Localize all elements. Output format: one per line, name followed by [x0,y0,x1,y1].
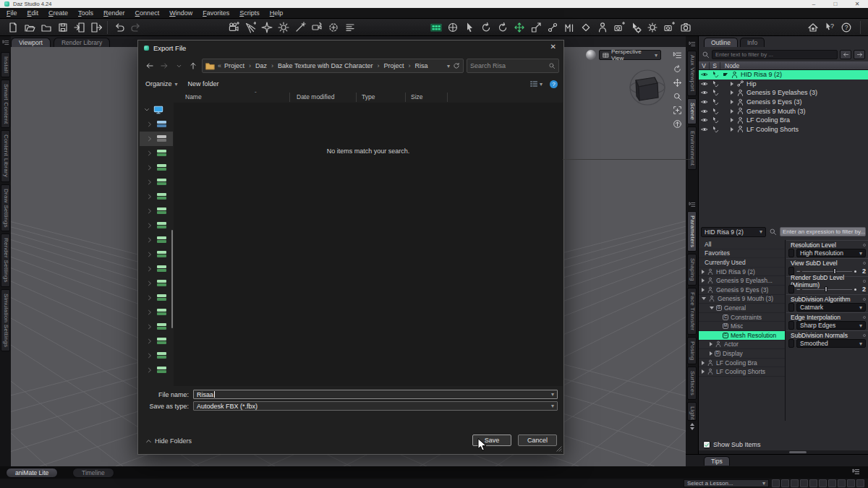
param-slider[interactable] [802,267,852,275]
sidebar-tab-simulation-settings[interactable]: Simulation Settings [1,289,10,351]
scene-node-row[interactable]: Genesis 9 Eyelashes (3) [699,88,868,98]
lesson-step-button[interactable] [772,479,780,487]
new-camera-icon[interactable] [225,20,242,35]
sidebar-tab-content-library[interactable]: Content Library [1,130,10,181]
help-icon[interactable]: ? [838,20,854,35]
cancel-button[interactable]: Cancel [518,435,557,446]
params-tree-item[interactable]: GGeneral [699,304,785,313]
side-tab-posing[interactable]: Posing [687,337,697,364]
tree-item-drive[interactable] [140,218,173,233]
param-grip[interactable] [788,285,794,294]
dialog-close-icon[interactable]: ✕ [550,43,556,51]
tree-item-drive[interactable] [140,117,173,132]
new-linear-light-icon[interactable] [292,20,308,35]
lesson-step-button[interactable] [856,479,864,487]
tab-scroll-up[interactable] [690,423,694,426]
column-header-name[interactable]: Name [185,93,202,100]
breadcrumb-segment[interactable]: Project [224,62,244,69]
organize-button[interactable]: Organize▾ [145,80,178,87]
tab-animate-lite[interactable]: aniMate Lite [6,468,58,478]
menu-create[interactable]: Create [43,8,73,18]
universal-tool-icon[interactable] [444,20,461,35]
column-divider[interactable] [289,93,290,102]
expander-right[interactable] [710,351,712,356]
sidebar-tab-smart-content[interactable]: Smart Content [1,80,10,128]
lesson-step-button[interactable] [838,479,846,487]
tree-item-drive[interactable] [140,175,173,189]
expander-right[interactable] [731,109,733,114]
tree-item-drive[interactable] [140,320,173,334]
expander-right[interactable] [702,361,705,365]
expander-down[interactable] [723,73,728,76]
tree-item-drive[interactable] [140,291,173,305]
lesson-step-button[interactable] [809,479,817,487]
menu-file[interactable]: File [1,8,22,18]
joint-editor-tool-icon[interactable] [544,20,561,35]
minimize-button[interactable]: – [803,0,825,8]
params-group-favorites[interactable]: Favorites [699,249,785,259]
param-grip[interactable] [788,321,794,330]
side-tab-lights[interactable]: Lights [687,402,697,421]
tab-render-library[interactable]: Render Library [54,38,110,47]
tree-item-drive[interactable] [140,204,173,218]
rotate-tool-icon[interactable] [477,20,494,35]
tree-item-drive[interactable] [140,247,173,262]
slider-handle[interactable] [833,268,836,274]
params-tree-item[interactable]: DDisplay [699,349,785,359]
export-file-icon[interactable] [88,20,104,35]
camera-selector[interactable]: Perspective View▾ [599,50,661,60]
up-button-icon[interactable] [187,61,199,70]
tab-timeline[interactable]: Timeline [72,468,114,478]
tree-item-drive[interactable] [140,132,173,146]
tab-info[interactable]: Info [740,38,765,47]
menu-connect[interactable]: Connect [130,8,165,18]
side-tab-parameters[interactable]: Parameters [687,211,697,252]
tab-tips[interactable]: Tips [704,456,730,466]
back-button-icon[interactable] [144,61,156,70]
params-tree-item[interactable]: GMesh Resolution [699,331,785,341]
params-tree-item[interactable]: Genesis 9 Eyelash... [699,276,785,286]
breadcrumb-overflow[interactable]: « [218,62,221,69]
scale-tool-icon[interactable] [527,20,544,35]
draw-style-selector[interactable] [586,50,596,60]
params-node-selector[interactable]: HID Risa 9 (2)▾ [701,227,766,237]
tree-item-drive[interactable] [140,262,173,276]
new-folder-button[interactable]: New folder [188,80,219,87]
params-tree-item[interactable]: CConstraints [699,313,785,322]
menu-help[interactable]: Help [265,8,289,18]
scene-node-row[interactable]: Genesis 9 Mouth (3) [699,106,868,116]
h-scrollbar-thumb[interactable] [789,451,807,453]
refresh-icon[interactable] [453,62,460,69]
tab-outline[interactable]: Outline [704,38,738,47]
lesson-step-button[interactable] [819,479,827,487]
new-camera-view-icon[interactable] [308,20,325,35]
tree-item-drive[interactable] [140,363,173,377]
sidebar-tab-render-settings[interactable]: Render Settings [1,234,10,287]
node-selection-icon[interactable] [427,20,444,35]
side-tab-face-transfer[interactable]: Face Transfer [687,288,697,335]
tab-viewport[interactable]: Viewport [11,38,51,47]
scene-node-row[interactable]: HID Risa 9 (2) [699,70,868,80]
new-spotlight-icon[interactable] [242,20,258,35]
expander-right[interactable] [731,100,733,104]
sidebar-tab-install[interactable]: Install [1,52,10,77]
lesson-menu-icon[interactable] [852,468,860,476]
expander-right[interactable] [731,127,733,132]
redo-icon[interactable] [127,20,144,35]
column-divider[interactable] [405,93,406,102]
param-options-icon[interactable] [863,244,866,247]
param-grip[interactable] [788,249,794,257]
slider-plus-dot[interactable] [854,270,856,273]
undo-icon[interactable] [111,20,127,35]
column-divider[interactable] [447,93,448,102]
save-file-icon[interactable] [54,20,71,35]
params-group-all[interactable]: All [699,240,785,249]
sidebar-tab-draw-settings[interactable]: Draw Settings [1,184,10,232]
maximize-button[interactable]: □ [825,0,846,8]
render-button-icon[interactable] [677,20,694,35]
side-tab-scene[interactable]: Scene [687,98,697,124]
slider-plus-dot[interactable] [854,288,856,291]
surface-selection-tool-icon[interactable] [644,20,660,35]
node-cursor-tool-icon[interactable] [627,20,644,35]
expander-right[interactable] [710,342,712,346]
